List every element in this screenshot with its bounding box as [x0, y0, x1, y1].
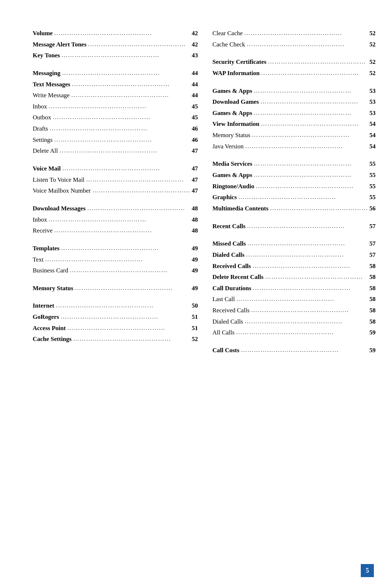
entry-dots: ………………………………………: [54, 226, 190, 235]
spacer: [212, 153, 375, 160]
entry-dots: ………………………………………: [88, 40, 190, 49]
entry-dots: ………………………………………: [59, 146, 190, 155]
spacer: [33, 238, 198, 244]
entry-label: Drafts: [33, 124, 48, 133]
entry-dots: ………………………………………: [54, 29, 190, 38]
entry-label: Call Durations: [212, 284, 251, 293]
entry-label: Media Services: [212, 160, 252, 169]
entry-dots: ………………………………………: [261, 119, 368, 128]
right-column: Clear Cache ……………………………………… 52Cache Chec…: [209, 29, 375, 357]
entry-label: Dialed Calls: [212, 317, 243, 326]
spacer: [33, 62, 198, 69]
toc-entry: Games & Apps ……………………………………… 53: [212, 87, 375, 96]
entry-dots: ………………………………………: [72, 80, 191, 89]
spacer: [212, 51, 375, 58]
entry-page: 53: [369, 98, 376, 107]
entry-label: Graphics: [212, 193, 237, 202]
entry-page: 45: [192, 102, 198, 111]
entry-page: 47: [192, 176, 198, 185]
toc-entry: Java Version ……………………………………… 54: [212, 142, 375, 151]
entry-label: Listen To Voice Mail: [33, 176, 85, 185]
entry-dots: ………………………………………: [49, 215, 191, 224]
entry-page: 55: [369, 160, 376, 169]
toc-entry: Drafts ……………………………………… 46: [33, 124, 198, 133]
entry-label: Memory Status: [212, 131, 250, 140]
spacer: [212, 80, 375, 87]
entry-page: 49: [192, 255, 198, 264]
entry-dots: ………………………………………: [92, 186, 190, 195]
toc-entry: Inbox ……………………………………… 48: [33, 215, 198, 225]
entry-dots: ………………………………………: [261, 69, 368, 78]
entry-page: 45: [192, 113, 198, 122]
entry-label: Games & Apps: [212, 87, 252, 96]
entry-label: Settings: [33, 136, 53, 145]
entry-dots: ………………………………………: [244, 29, 368, 38]
toc-entry: Inbox ……………………………………… 45: [33, 102, 198, 111]
entry-page: 47: [192, 164, 198, 173]
toc-entry: Recent Calls ……………………………………… 57: [212, 222, 375, 231]
entry-dots: ………………………………………: [251, 306, 368, 315]
toc-entry: Dialed Calls ……………………………………… 58: [212, 317, 375, 326]
entry-dots: ………………………………………: [73, 334, 190, 344]
toc-entry: Cache Check ……………………………………… 52: [212, 40, 375, 49]
entry-page: 52: [369, 40, 376, 49]
entry-page: 42: [192, 40, 198, 49]
entry-label: Delete All: [33, 147, 58, 156]
toc-entry: Memory Status ……………………………………… 49: [33, 284, 198, 293]
toc-entry: Call Durations ……………………………………… 58: [212, 284, 375, 293]
entry-label: Voice Mailbox Number: [33, 186, 91, 196]
toc-entry: Security Certificates ……………………………………… 52: [212, 58, 375, 67]
entry-label: Text Messages: [33, 80, 70, 89]
toc-entry: Call Costs ……………………………………… 59: [212, 346, 375, 355]
entry-page: 53: [369, 109, 376, 118]
entry-page: 59: [369, 328, 376, 337]
spacer: [212, 215, 375, 222]
toc-entry: Delete Recent Calls ……………………………………… 58: [212, 273, 375, 282]
toc-entry: Outbox ……………………………………… 45: [33, 113, 198, 122]
toc-entry: GoRogers ……………………………………… 51: [33, 313, 198, 322]
entry-label: Clear Cache: [212, 29, 243, 38]
entry-dots: ………………………………………: [254, 170, 368, 180]
entry-page: 48: [192, 226, 198, 235]
entry-label: Receive: [33, 226, 53, 235]
entry-label: WAP Information: [212, 69, 260, 78]
entry-page: 58: [369, 306, 376, 315]
toc-entry: Last Call ……………………………………… 58: [212, 295, 375, 304]
page-number: 5: [361, 564, 374, 577]
entry-dots: ………………………………………: [270, 204, 368, 213]
entry-page: 49: [192, 284, 198, 293]
entry-label: Dialed Calls: [212, 251, 244, 260]
entry-page: 55: [369, 193, 376, 202]
toc-entry: Download Messages ……………………………………… 48: [33, 204, 198, 213]
toc-entry: All Calls ……………………………………… 59: [212, 328, 375, 337]
entry-label: Text: [33, 255, 44, 264]
entry-label: Received Calls: [212, 262, 251, 271]
entry-label: Recent Calls: [212, 222, 245, 231]
entry-label: Business Card: [33, 266, 68, 275]
entry-dots: ………………………………………: [256, 182, 368, 191]
entry-label: Cache Check: [212, 40, 245, 49]
entry-page: 52: [369, 29, 376, 38]
entry-label: Last Call: [212, 295, 235, 304]
entry-page: 48: [192, 215, 198, 225]
entry-dots: ………………………………………: [67, 324, 190, 333]
toc-entry: Received Calls ……………………………………… 58: [212, 262, 375, 271]
entry-page: 51: [192, 324, 198, 333]
entry-dots: ………………………………………: [236, 328, 368, 337]
entry-dots: ………………………………………: [49, 124, 190, 133]
toc-entry: Graphics ……………………………………… 55: [212, 193, 375, 202]
entry-page: 47: [192, 147, 198, 156]
entry-dots: ………………………………………: [247, 239, 368, 248]
toc-entry: Games & Apps ……………………………………… 53: [212, 109, 375, 118]
toc-container: Volume ……………………………………… 42Message Alert T…: [33, 29, 359, 357]
toc-entry: Templates ……………………………………… 49: [33, 244, 198, 253]
entry-label: Download Messages: [33, 204, 86, 213]
entry-page: 43: [192, 51, 198, 60]
entry-dots: ………………………………………: [265, 272, 368, 281]
entry-page: 50: [192, 301, 198, 311]
entry-label: Received Calls: [212, 306, 249, 315]
entry-dots: ………………………………………: [62, 69, 191, 78]
toc-entry: Missed Calls ……………………………………… 57: [212, 239, 375, 248]
entry-dots: ………………………………………: [260, 97, 368, 106]
toc-entry: Cache Settings ……………………………………… 52: [33, 335, 198, 344]
